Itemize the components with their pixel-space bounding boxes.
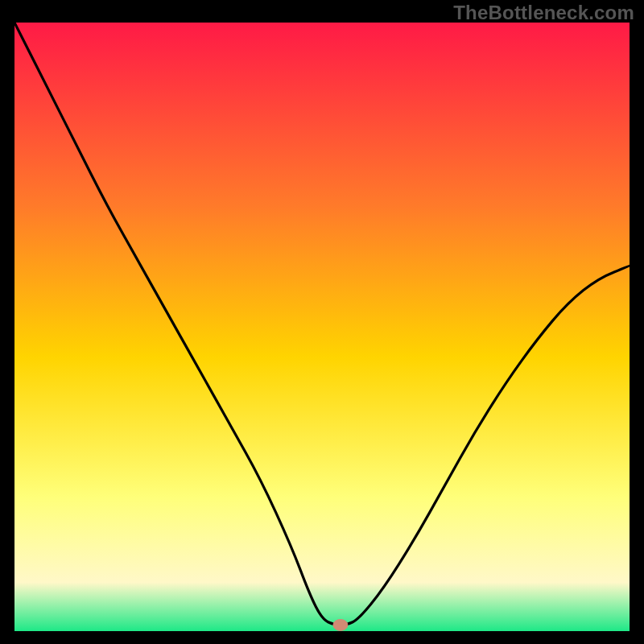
chart-frame: TheBottleneck.com xyxy=(0,0,644,644)
gradient-background xyxy=(14,23,630,631)
optimum-marker xyxy=(333,619,348,630)
chart-svg xyxy=(14,23,630,631)
plot-area xyxy=(14,23,630,631)
watermark-text: TheBottleneck.com xyxy=(453,2,634,24)
